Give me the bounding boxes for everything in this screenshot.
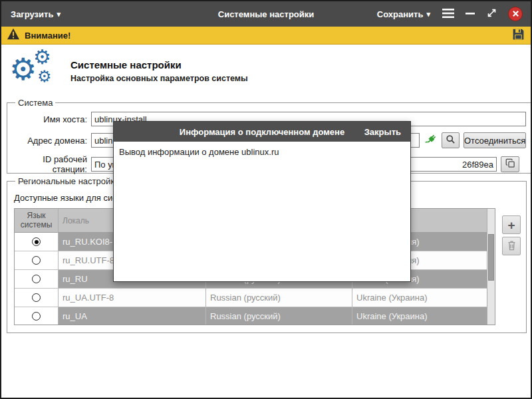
load-menu-label: Загрузить: [11, 9, 53, 19]
locale-radio[interactable]: [32, 275, 41, 283]
dialog-titlebar[interactable]: Информация о подключенном домене Закрыть: [114, 122, 410, 142]
page-title: Системные настройки: [70, 59, 182, 70]
table-row[interactable]: ru_UA Russian (русский) Ukraine (Украина…: [15, 307, 487, 325]
minimize-icon: [465, 9, 475, 20]
country-cell: Ukraine (Украина): [352, 289, 488, 307]
locale-radio[interactable]: [32, 256, 41, 265]
domain-connect-button[interactable]: [422, 132, 440, 148]
warning-icon: [7, 28, 20, 43]
station-id-value-right: 26f89ea: [462, 160, 493, 170]
locale-radio[interactable]: [32, 312, 41, 321]
language-cell: Russian (русский): [206, 289, 352, 307]
load-menu-button[interactable]: Загрузить ▾: [9, 7, 62, 22]
system-section-legend: Система: [15, 98, 55, 108]
maximize-button[interactable]: [486, 7, 497, 21]
save-menu-label: Сохранить: [377, 9, 424, 19]
locale-cell: ru_UA: [59, 307, 206, 325]
delete-locale-button[interactable]: [502, 237, 521, 255]
table-row[interactable]: ru_UA.UTF-8 Russian (русский) Ukraine (У…: [15, 289, 487, 307]
copy-icon: [505, 158, 515, 170]
language-cell: Russian (русский): [206, 307, 352, 325]
locale-radio[interactable]: [32, 293, 41, 302]
disconnect-button[interactable]: Отсоединиться: [464, 132, 526, 148]
search-icon: [446, 134, 456, 146]
locale-radio[interactable]: [32, 237, 41, 246]
hostname-label: Имя хоста:: [13, 114, 87, 124]
close-button[interactable]: [508, 7, 523, 21]
save-changes-button[interactable]: [511, 27, 525, 43]
warning-bar: Внимание!: [1, 27, 531, 45]
minimize-button[interactable]: [465, 9, 475, 20]
plug-icon: [424, 132, 438, 149]
domain-search-button[interactable]: [442, 132, 460, 148]
copy-station-id-button[interactable]: [501, 156, 519, 172]
gears-icon: ⚙ ⚙ ⚙: [9, 49, 66, 90]
expand-icon: [486, 7, 497, 21]
system-settings-window: Загрузить ▾ Системные настройки Сохранит…: [0, 0, 532, 399]
column-header-system-language[interactable]: Язык системы: [15, 209, 59, 233]
add-locale-button[interactable]: +: [502, 215, 521, 234]
locale-cell: ru_UA.UTF-8: [59, 289, 206, 307]
floppy-disk-icon: [511, 27, 525, 43]
window-titlebar[interactable]: Загрузить ▾ Системные настройки Сохранит…: [1, 1, 531, 27]
trash-icon: [507, 240, 517, 253]
save-menu-button[interactable]: Сохранить ▾: [376, 7, 432, 22]
station-id-label: ID рабочей станции:: [13, 154, 87, 174]
dialog-body: Вывод информации о домене ublinux.ru: [114, 142, 410, 162]
chevron-down-icon: ▾: [426, 11, 430, 18]
domain-label: Адрес домена:: [13, 136, 87, 146]
hamburger-icon: [442, 9, 454, 20]
scrollbar-thumb[interactable]: [488, 234, 494, 281]
page-header: ⚙ ⚙ ⚙ Системные настройки Настройка осно…: [1, 47, 531, 94]
country-cell: Ukraine (Украина): [352, 307, 488, 325]
plus-icon: +: [507, 219, 515, 231]
close-icon: [512, 9, 519, 19]
regional-section-legend: Региональные настройки: [15, 176, 122, 186]
table-scrollbar[interactable]: [487, 209, 495, 325]
domain-info-dialog: Информация о подключенном домене Закрыть…: [113, 121, 411, 282]
chevron-down-icon: ▾: [57, 11, 61, 18]
dialog-close-button[interactable]: Закрыть: [364, 127, 401, 137]
hamburger-menu-button[interactable]: [442, 9, 454, 20]
page-subtitle: Настройка основных параметров системы: [70, 74, 248, 83]
warning-text: Внимание!: [25, 31, 70, 41]
